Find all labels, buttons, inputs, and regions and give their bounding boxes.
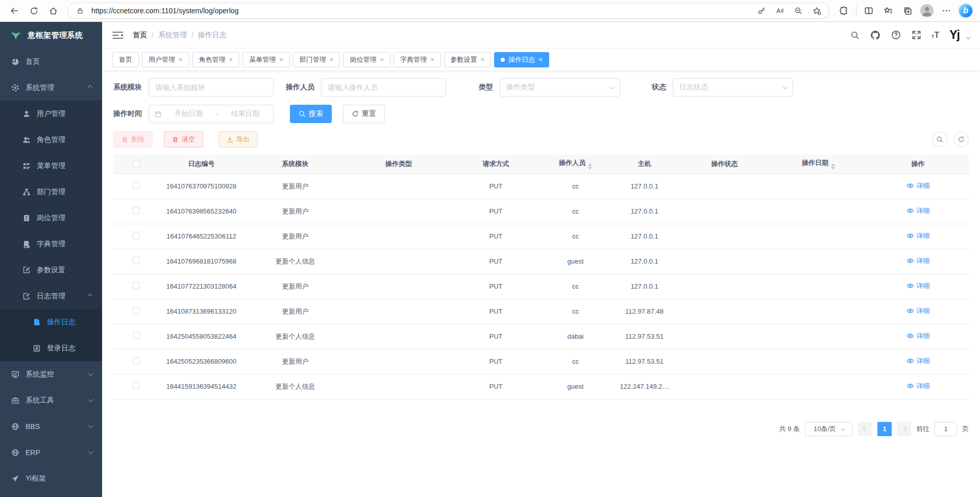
col-date[interactable]: 操作日期 [770,155,867,174]
detail-link[interactable]: 详细 [906,256,930,266]
user-avatar[interactable]: Yj [949,28,960,42]
close-icon[interactable]: × [279,56,283,63]
tab-parameter-settings[interactable]: 参数设置× [444,52,492,67]
close-icon[interactable]: × [179,56,183,63]
row-checkbox[interactable] [133,257,140,264]
module-input[interactable] [149,78,274,97]
tab-menu-management[interactable]: 菜单管理× [242,52,290,67]
detail-link[interactable]: 详细 [906,357,930,366]
tab-operation-log[interactable]: 操作日志× [494,52,549,67]
current-page[interactable]: 1 [877,422,892,436]
export-button[interactable]: 导出 [218,131,258,148]
sidebar-item-post-management[interactable]: 岗位管理 [0,205,102,231]
refresh-table-button[interactable] [953,132,969,147]
close-icon[interactable]: × [430,56,434,63]
row-checkbox[interactable] [133,357,140,364]
favorites-bar-icon[interactable] [879,2,897,19]
date-range-picker[interactable]: 开始日期 - 结束日期 [149,105,274,123]
browser-refresh-button[interactable] [24,2,43,19]
search-button[interactable]: 搜索 [290,105,332,123]
tab-post-management[interactable]: 岗位管理× [343,52,390,67]
status-select[interactable]: 日志状态 [673,78,793,97]
collections-icon[interactable] [898,2,917,19]
toggle-search-button[interactable] [932,132,947,147]
github-icon[interactable] [870,30,880,40]
prev-page-button[interactable] [858,422,872,436]
row-checkbox[interactable] [133,282,140,289]
sidebar-item-home[interactable]: 首页 [0,49,102,75]
type-select[interactable]: 操作类型 [500,78,620,97]
sort-carets-icon[interactable] [831,163,835,170]
row-checkbox[interactable] [133,307,140,314]
goto-page-input[interactable] [935,422,957,436]
row-checkbox[interactable] [133,207,140,214]
tab-dictionary-management[interactable]: 字典管理× [394,52,441,67]
select-all-checkbox[interactable] [133,160,140,167]
close-icon[interactable]: × [380,56,384,63]
close-icon[interactable]: × [481,56,485,63]
sidebar-item-user-management[interactable]: 用户管理 [0,101,102,127]
read-aloud-icon[interactable] [773,4,787,18]
sidebar-item-menu-management[interactable]: 菜单管理 [0,153,102,179]
browser-settings-more-icon[interactable] [937,2,955,19]
sidebar-item-log-management[interactable]: 日志管理 [0,283,102,309]
operator-input[interactable] [321,78,446,97]
tab-user-management[interactable]: 用户管理× [142,52,189,67]
breadcrumb-home[interactable]: 首页 [133,31,147,40]
detail-link[interactable]: 详细 [906,281,930,291]
sidebar-item-system-management[interactable]: 系统管理 [0,75,102,101]
row-checkbox[interactable] [133,382,140,389]
detail-link[interactable]: 详细 [906,231,930,241]
close-icon[interactable]: × [538,56,543,63]
url-text[interactable]: https://ccnetcore.com:1101/system/log/op… [91,7,750,15]
detail-link[interactable]: 详细 [906,382,930,391]
sidebar-item-parameter-settings[interactable]: 参数设置 [0,257,102,283]
breadcrumb-system[interactable]: 系统管理 [158,31,187,40]
address-bar[interactable]: https://ccnetcore.com:1101/system/log/op… [67,3,829,19]
next-page-button[interactable] [897,422,911,436]
app-logo[interactable]: 意框架管理系统 [0,22,102,49]
lock-icon[interactable] [73,4,87,18]
help-icon[interactable] [891,30,901,40]
row-checkbox[interactable] [133,332,140,339]
detail-link[interactable]: 详细 [906,306,930,316]
clear-button[interactable]: 清空 [164,131,203,148]
reset-button[interactable]: 重置 [343,105,385,123]
font-size-icon[interactable]: тT [932,31,939,40]
row-checkbox[interactable] [133,182,140,189]
tab-role-management[interactable]: 角色管理× [192,52,240,67]
split-screen-icon[interactable] [860,2,878,19]
col-operator[interactable]: 操作人员 [542,155,609,174]
sidebar-item-role-management[interactable]: 角色管理 [0,127,102,153]
browser-back-button[interactable] [5,2,23,19]
zoom-out-icon[interactable] [791,4,805,18]
add-favorite-star-icon[interactable] [810,4,824,18]
sidebar-item-dictionary-management[interactable]: 字典管理 [0,231,102,257]
extensions-puzzle-icon[interactable] [835,2,853,19]
sidebar-item-operation-log[interactable]: 操作日志 [0,309,102,335]
tab-department-management[interactable]: 部门管理× [293,52,340,67]
close-icon[interactable]: × [229,56,233,63]
close-icon[interactable]: × [330,56,334,63]
detail-link[interactable]: 详细 [906,181,930,191]
sidebar-item-system-tools[interactable]: 系统工具 [0,387,102,413]
page-size-select[interactable]: 10条/页 [805,422,853,436]
delete-button[interactable]: 删除 [113,131,153,148]
sidebar-item-department-management[interactable]: 部门管理 [0,179,102,205]
copilot-bing-icon[interactable]: b [957,2,975,19]
sidebar-item-yi-framework[interactable]: Yi框架 [0,465,102,491]
browser-home-button[interactable] [44,2,62,19]
fullscreen-icon[interactable] [911,30,921,40]
sort-carets-icon[interactable] [588,163,592,170]
header-search-icon[interactable] [850,30,860,40]
row-checkbox[interactable] [133,232,140,239]
password-key-icon[interactable] [754,4,769,18]
detail-link[interactable]: 详细 [906,332,930,341]
sidebar-item-system-monitor[interactable]: 系统监控 [0,361,102,387]
sidebar-item-erp[interactable]: ERP [0,439,102,465]
caret-down-icon[interactable] [966,35,970,39]
tab-home[interactable]: 首页 [112,52,139,67]
sidebar-item-bbs[interactable]: BBS [0,413,102,439]
collapse-sidebar-icon[interactable] [112,31,124,40]
detail-link[interactable]: 详细 [906,206,930,216]
